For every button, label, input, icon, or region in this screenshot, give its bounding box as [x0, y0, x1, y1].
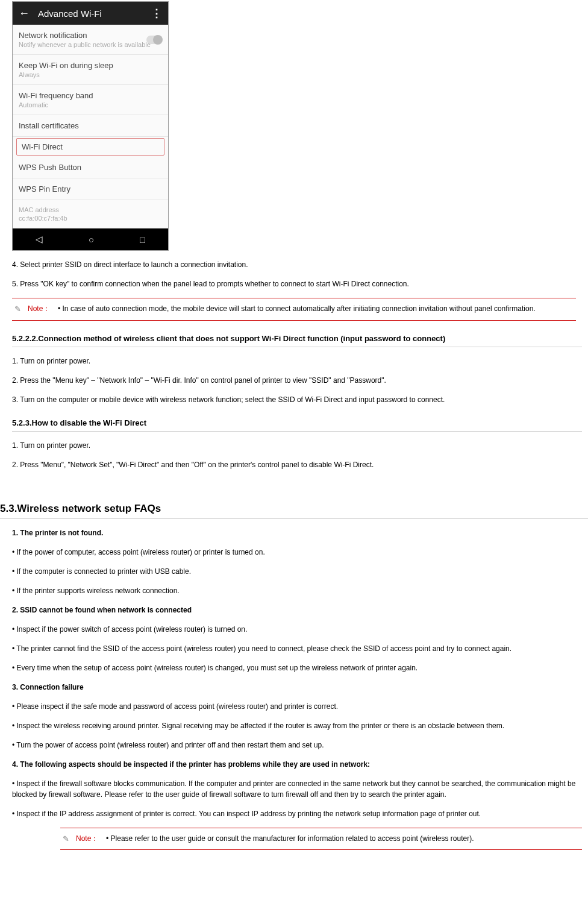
phone-setting-item: Network notificationNotify whenever a pu…: [13, 25, 168, 55]
note-label: Note：: [76, 833, 106, 844]
faq-heading: 4. The following aspects should be inspe…: [12, 759, 582, 770]
phone-title: Advanced Wi-Fi: [38, 8, 151, 19]
phone-nav-bar: ◁ ○ □: [13, 228, 168, 250]
phone-setting-sub: Always: [19, 71, 162, 78]
back-arrow-icon: ←: [19, 7, 30, 20]
faq-bullet: • Inspect if the IP address assignment o…: [12, 808, 582, 819]
phone-body: Network notificationNotify whenever a pu…: [13, 25, 168, 228]
phone-setting-item: Wi-Fi Direct: [16, 138, 164, 156]
kebab-menu-icon: ⋮: [151, 7, 162, 20]
step-text: 1. Turn on printer power.: [12, 440, 582, 451]
faq-heading: 2. SSID cannot be found when network is …: [12, 605, 582, 615]
phone-top-bar: ← Advanced Wi-Fi ⋮: [13, 2, 168, 25]
heading-5222: 5.2.2.2.Connection method of wireless cl…: [12, 334, 582, 347]
phone-mac-item: MAC addresscc:fa:00:c7:fa:4b: [13, 200, 168, 228]
faq-bullet: • The printer cannot find the SSID of th…: [12, 643, 582, 654]
phone-setting-sub: Notify whenever a public network is avai…: [19, 41, 162, 48]
nav-back-icon: ◁: [36, 234, 43, 245]
step-text: 5. Press "OK key" to confirm connection …: [12, 278, 582, 289]
phone-setting-label: Install certificates: [19, 121, 162, 130]
note-box-1: ✎ Note： • In case of auto connection mod…: [12, 298, 576, 321]
faq-bullet: • If the power of computer, access point…: [12, 547, 582, 558]
phone-setting-item: Wi-Fi frequency bandAutomatic: [13, 85, 168, 115]
phone-mac-value: cc:fa:00:c7:fa:4b: [19, 215, 162, 222]
heading-523: 5.2.3.How to disable the Wi-Fi Direct: [12, 418, 582, 432]
note-label: Note：: [28, 303, 58, 314]
faq-bullet: • Please inspect if the safe mode and pa…: [12, 701, 582, 712]
step-text: 1. Turn on printer power.: [12, 356, 582, 367]
faq-bullet: • Inspect the wireless receiving around …: [12, 720, 582, 731]
phone-setting-item: Install certificates: [13, 115, 168, 137]
note-icon: ✎: [63, 833, 76, 845]
step-text: 2. Press the "Menu key" – "Network Info"…: [12, 375, 582, 386]
phone-setting-item: Keep Wi-Fi on during sleepAlways: [13, 55, 168, 85]
phone-setting-label: Wi-Fi frequency band: [19, 91, 162, 100]
heading-53: 5.3.Wireless network setup FAQs: [0, 503, 588, 519]
faq-heading: 1. The printer is not found.: [12, 527, 582, 538]
note-icon: ✎: [14, 303, 28, 315]
phone-setting-item: WPS Pin Entry: [13, 178, 168, 200]
nav-home-icon: ○: [89, 234, 94, 245]
phone-setting-item: WPS Push Button: [13, 157, 168, 178]
step-text: 3. Turn on the computer or mobile device…: [12, 394, 582, 405]
faq-bullet: • Turn the power of access point (wirele…: [12, 740, 582, 751]
phone-setting-label: WPS Push Button: [19, 163, 162, 172]
note-text: • In case of auto connection mode, the m…: [58, 303, 574, 314]
faq-bullet: • If the printer supports wireless netwo…: [12, 585, 582, 596]
toggle-icon: [146, 36, 162, 44]
step-text: 2. Press "Menu", "Network Set", "Wi-Fi D…: [12, 459, 582, 470]
phone-setting-label: Network notification: [19, 31, 162, 40]
faq-bullet: • Every time when the setup of access po…: [12, 662, 582, 673]
phone-mac-label: MAC address: [19, 206, 162, 213]
faq-bullet: • Inspect if the firewall software block…: [12, 778, 582, 800]
nav-recent-icon: □: [140, 234, 145, 245]
faq-heading: 3. Connection failure: [12, 682, 582, 693]
phone-setting-sub: Automatic: [19, 101, 162, 109]
phone-setting-label: Wi-Fi Direct: [22, 142, 159, 151]
phone-setting-label: WPS Pin Entry: [19, 184, 162, 194]
phone-screenshot: ← Advanced Wi-Fi ⋮ Network notificationN…: [12, 1, 169, 251]
note-text: • Please refer to the user guide or cons…: [106, 833, 580, 844]
faq-bullet: • If the computer is connected to printe…: [12, 566, 582, 577]
step-text: 4. Select printer SSID on direct interfa…: [12, 259, 582, 270]
note-box-2: ✎ Note： • Please refer to the user guide…: [60, 828, 582, 851]
phone-setting-label: Keep Wi-Fi on during sleep: [19, 61, 162, 70]
faq-bullet: • Inspect if the power switch of access …: [12, 624, 582, 635]
